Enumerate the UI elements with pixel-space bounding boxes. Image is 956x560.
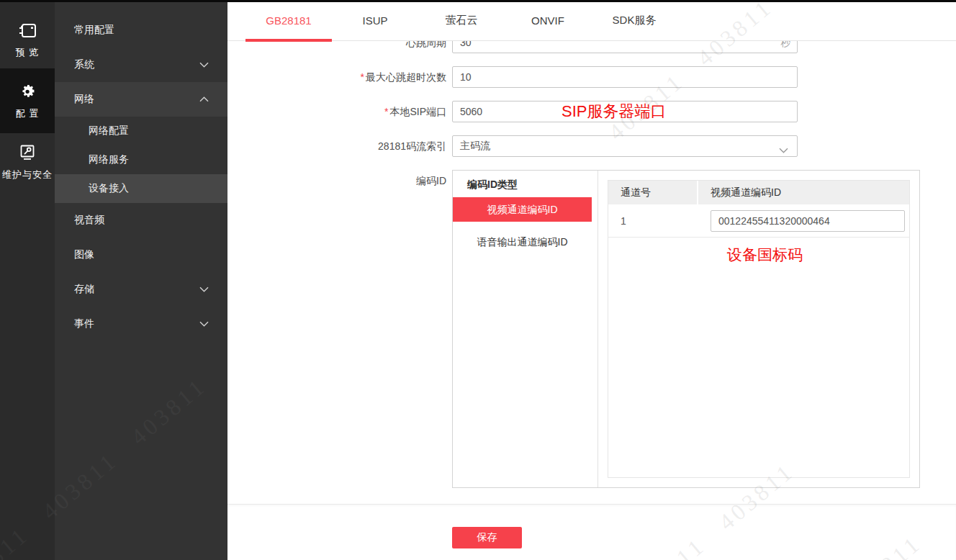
config-menu: 常用配置 系统 网络 网络配置 网络服务 设备接入 视音频 图像 [55, 0, 227, 560]
encode-id-panel: 编码ID类型 视频通道编码ID 语音输出通道编码ID 通道号 视频通道编码ID [452, 170, 920, 488]
live-view-icon [18, 23, 37, 40]
menu-label: 系统 [74, 58, 94, 71]
sip-port-label-text: 本地SIP端口 [389, 106, 446, 117]
save-button[interactable]: 保存 [452, 527, 522, 548]
channel-id-table: 通道号 视频通道编码ID 1 设备国标码 [608, 180, 910, 478]
active-tab-underline [245, 39, 332, 42]
required-asterisk: * [361, 71, 364, 83]
table-row: 1 [608, 204, 909, 238]
stream-index-select[interactable]: 主码流 [452, 135, 798, 157]
top-black-strip [0, 0, 956, 2]
menu-item-network-config[interactable]: 网络配置 [55, 117, 227, 145]
stream-index-value: 主码流 [460, 140, 490, 153]
max-timeout-input[interactable] [452, 66, 798, 88]
chevron-up-icon [199, 96, 209, 102]
heartbeat-unit: 秒 [780, 41, 790, 53]
menu-label: 常用配置 [74, 24, 114, 37]
rail-label-config: 配 置 [0, 107, 55, 120]
main-content: GB28181 ISUP 萤石云 ONVIF SDK服务 心跳周期 [227, 0, 956, 560]
cell-video-id [698, 210, 909, 232]
menu-item-event[interactable]: 事件 [55, 307, 227, 341]
form-row-max-timeout: *最大心跳超时次数 [227, 66, 956, 88]
max-timeout-control [452, 66, 798, 88]
heartbeat-input[interactable] [452, 41, 798, 53]
menu-item-common-config[interactable]: 常用配置 [55, 13, 227, 48]
menu-item-system[interactable]: 系统 [55, 48, 227, 82]
form-row-sip-port: *本地SIP端口 SIP服务器端口 [227, 101, 956, 122]
tab-sdk[interactable]: SDK服务 [591, 0, 677, 40]
gb-code-annotation: 设备国标码 [727, 245, 909, 265]
menu-label: 事件 [74, 317, 94, 330]
tab-label: SDK服务 [613, 14, 657, 27]
type-item-audio-out-channel-id[interactable]: 语音输出通道编码ID [453, 230, 592, 254]
tab-gb28181[interactable]: GB28181 [245, 0, 332, 40]
rail-label-preview: 预 览 [0, 46, 55, 59]
stream-index-label: 28181码流索引 [227, 140, 446, 152]
icon-rail: 预 览 配 置 维护与安全 [0, 0, 55, 560]
tab-label: ISUP [362, 14, 387, 27]
video-channel-id-input[interactable] [711, 210, 905, 232]
menu-item-image[interactable]: 图像 [55, 238, 227, 272]
tab-ezviz[interactable]: 萤石云 [418, 0, 505, 40]
menu-item-audio-video[interactable]: 视音频 [55, 203, 227, 238]
menu-label: 设备接入 [89, 182, 129, 195]
chevron-down-icon [779, 144, 788, 155]
menu-label: 网络服务 [89, 153, 129, 166]
chevron-down-icon [199, 286, 209, 292]
heartbeat-control: 秒 [452, 41, 798, 53]
encode-id-type-header: 编码ID类型 [453, 177, 598, 197]
menu-item-device-access[interactable]: 设备接入 [55, 174, 227, 203]
sip-port-label: *本地SIP端口 [227, 106, 446, 117]
col-header-channel: 通道号 [608, 181, 698, 204]
max-timeout-label: *最大心跳超时次数 [227, 71, 446, 83]
form-scroll-area: 心跳周期 秒 *最大心跳超时次数 *本地SIP端口 [227, 41, 956, 560]
menu-item-network-service[interactable]: 网络服务 [55, 145, 227, 174]
col-header-video-id: 视频通道编码ID [698, 181, 909, 204]
form-row-stream-index: 28181码流索引 主码流 [227, 135, 956, 157]
tab-isup[interactable]: ISUP [332, 0, 418, 40]
gb28181-form: 心跳周期 秒 *最大心跳超时次数 *本地SIP端口 [227, 41, 956, 488]
encode-id-label: 编码ID [227, 170, 446, 186]
chevron-down-icon [199, 321, 209, 327]
form-row-encode-id: 编码ID 编码ID类型 视频通道编码ID 语音输出通道编码ID 通道号 视频通道 [227, 170, 956, 488]
rail-item-preview[interactable]: 预 览 [0, 12, 55, 68]
menu-label: 网络配置 [89, 125, 129, 137]
menu-item-network[interactable]: 网络 [55, 82, 227, 117]
table-header-row: 通道号 视频通道编码ID [608, 181, 909, 204]
tab-onvif[interactable]: ONVIF [505, 0, 591, 40]
tab-label: 萤石云 [446, 14, 478, 27]
encode-id-table-area: 通道号 视频通道编码ID 1 设备国标码 [598, 171, 919, 487]
menu-label: 网络 [74, 93, 94, 106]
maintenance-security-icon [19, 144, 36, 161]
protocol-tabbar: GB28181 ISUP 萤石云 ONVIF SDK服务 [227, 0, 956, 41]
max-timeout-label-text: 最大心跳超时次数 [366, 71, 446, 83]
gear-icon [19, 83, 36, 100]
required-asterisk: * [384, 106, 388, 117]
sip-port-annotation: SIP服务器端口 [562, 101, 666, 122]
type-item-video-channel-id[interactable]: 视频通道编码ID [453, 197, 592, 222]
rail-label-maintenance: 维护与安全 [0, 168, 55, 181]
tab-label: ONVIF [531, 14, 564, 27]
chevron-down-icon [199, 62, 209, 68]
cell-channel-number: 1 [608, 215, 698, 227]
menu-item-storage[interactable]: 存储 [55, 272, 227, 307]
footer-bar: 保存 [227, 504, 956, 560]
sip-port-control: SIP服务器端口 [452, 101, 798, 122]
gb28181-settings-page: 预 览 配 置 维护与安全 [0, 0, 956, 560]
form-row-heartbeat: 心跳周期 秒 [227, 41, 956, 53]
rail-item-maintenance[interactable]: 维护与安全 [0, 133, 55, 191]
menu-label: 图像 [74, 248, 94, 261]
rail-item-config[interactable]: 配 置 [0, 68, 55, 133]
menu-label: 存储 [74, 283, 94, 296]
menu-label: 视音频 [74, 214, 104, 227]
heartbeat-label: 心跳周期 [227, 41, 446, 48]
tab-label: GB28181 [266, 14, 311, 27]
stream-index-control: 主码流 [452, 135, 798, 157]
encode-id-type-list: 编码ID类型 视频通道编码ID 语音输出通道编码ID [453, 171, 598, 487]
